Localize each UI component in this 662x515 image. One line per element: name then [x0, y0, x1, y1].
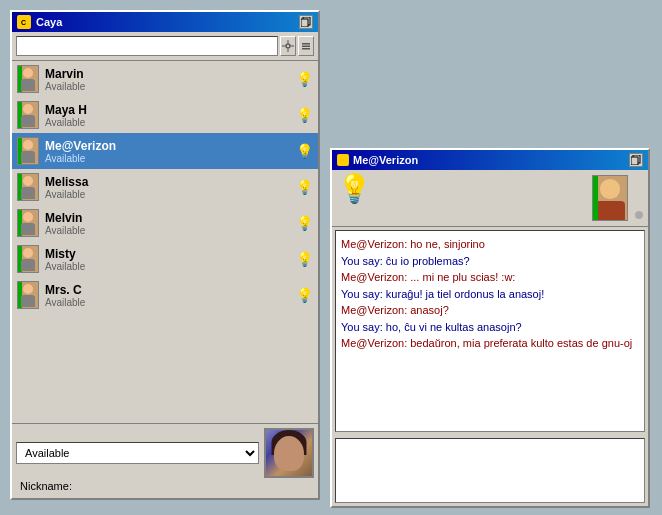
message-1: You say: ĉu io problemas? — [341, 253, 639, 270]
menu-button[interactable] — [298, 36, 314, 56]
message-sender-0: Me@Verizon: — [341, 238, 410, 250]
chat-copy-button[interactable] — [629, 153, 643, 167]
message-sender-2: Me@Verizon: — [341, 271, 410, 283]
message-text-0: ho ne, sinjorino — [410, 238, 485, 250]
message-text-4: anasoj? — [410, 304, 449, 316]
lightbulb-icon-melvin: 💡 — [296, 215, 313, 231]
svg-rect-5 — [288, 40, 289, 43]
nickname-label: Nickname: — [20, 480, 72, 492]
buddy-info-mayah: Maya H Available — [45, 103, 290, 128]
avatar-mayah — [17, 101, 39, 129]
message-sender-4: Me@Verizon: — [341, 304, 410, 316]
chat-header: 💡 — [332, 170, 648, 227]
chat-user-avatar — [592, 175, 628, 221]
message-0: Me@Verizon: ho ne, sinjorino — [341, 236, 639, 253]
buddy-list-titlebar: C Caya — [12, 12, 318, 32]
buddy-info-melissa: Melissa Available — [45, 175, 290, 200]
chat-input-area — [332, 435, 648, 506]
buddy-status: Available — [45, 225, 290, 236]
buddy-info-mrsc: Mrs. C Available — [45, 283, 290, 308]
lightbulb-icon-melissa: 💡 — [296, 179, 313, 195]
lightbulb-icon-mayah: 💡 — [296, 107, 313, 123]
message-sender-3: You say: — [341, 288, 386, 300]
message-2: Me@Verizon: ... mi ne plu scias! :w: — [341, 269, 639, 286]
svg-rect-12 — [339, 156, 347, 164]
svg-rect-3 — [301, 19, 308, 27]
svg-rect-7 — [282, 46, 285, 47]
chat-window: Me@Verizon 💡 Me@Verizon: ho ne, sinjorin… — [330, 148, 650, 508]
titlebar-left: C Caya — [17, 15, 62, 29]
lightbulb-icon-misty: 💡 — [296, 251, 313, 267]
buddy-name: Misty — [45, 247, 290, 261]
message-sender-5: You say: — [341, 321, 386, 333]
lightbulb-icon-mrsc: 💡 — [296, 287, 313, 303]
buddy-list-area[interactable]: Marvin Available 💡 Maya H Available 💡 — [12, 61, 318, 423]
buddy-item-mayah[interactable]: Maya H Available 💡 — [12, 97, 318, 133]
buddy-item-meverizon[interactable]: Me@Verizon Available 💡 — [12, 133, 318, 169]
svg-rect-14 — [631, 157, 638, 165]
avatar-meverizon — [17, 137, 39, 165]
chat-titlebar: Me@Verizon — [332, 150, 648, 170]
avatar-marvin — [17, 65, 39, 93]
message-text-2: ... mi ne plu scias! :w: — [410, 271, 515, 283]
user-avatar-thumbnail — [264, 428, 314, 478]
buddy-name: Me@Verizon — [45, 139, 290, 153]
buddy-item-melvin[interactable]: Melvin Available 💡 — [12, 205, 318, 241]
buddy-status: Available — [45, 297, 290, 308]
svg-rect-11 — [302, 48, 310, 50]
buddy-list-window: C Caya — [10, 10, 320, 500]
buddy-item-mrsc[interactable]: Mrs. C Available 💡 — [12, 277, 318, 313]
status-row: Available — [16, 428, 314, 478]
chat-status-dot — [635, 211, 643, 219]
buddy-name: Maya H — [45, 103, 290, 117]
status-dropdown[interactable]: Available — [16, 442, 259, 464]
buddy-status: Available — [45, 81, 290, 92]
lightbulb-icon-meverizon: 💡 — [296, 143, 313, 159]
buddy-name: Melissa — [45, 175, 290, 189]
buddy-name: Mrs. C — [45, 283, 290, 297]
buddy-status: Available — [45, 189, 290, 200]
message-6: Me@Verizon: bedaŭron, mia preferata kult… — [341, 335, 639, 352]
buddy-info-marvin: Marvin Available — [45, 67, 290, 92]
nickname-bar: Nickname: — [16, 478, 314, 494]
chat-input[interactable] — [335, 438, 645, 503]
avatar-misty — [17, 245, 39, 273]
buddy-info-melvin: Melvin Available — [45, 211, 290, 236]
message-sender-6: Me@Verizon: — [341, 337, 410, 349]
buddy-name: Marvin — [45, 67, 290, 81]
chat-buddy-lightbulb-icon: 💡 — [337, 175, 372, 203]
message-5: You say: ho, ĉu vi ne kultas anasojn? — [341, 319, 639, 336]
buddy-info-misty: Misty Available — [45, 247, 290, 272]
svg-rect-10 — [302, 46, 310, 48]
svg-rect-8 — [291, 46, 294, 47]
buddy-item-melissa[interactable]: Melissa Available 💡 — [12, 169, 318, 205]
svg-rect-6 — [288, 49, 289, 52]
status-area: Available Nickname: — [12, 423, 318, 498]
buddy-status: Available — [45, 153, 290, 164]
chat-window-title: Me@Verizon — [353, 154, 418, 166]
user-avatar-image — [266, 430, 312, 476]
message-4: Me@Verizon: anasoj? — [341, 302, 639, 319]
caya-icon: C — [17, 15, 31, 29]
svg-rect-9 — [302, 43, 310, 45]
chat-window-controls — [629, 153, 643, 167]
buddy-status: Available — [45, 117, 290, 128]
buddy-item-misty[interactable]: Misty Available 💡 — [12, 241, 318, 277]
lightbulb-icon-marvin: 💡 — [296, 71, 313, 87]
buddy-list-title: Caya — [36, 16, 62, 28]
buddy-name: Melvin — [45, 211, 290, 225]
chat-titlebar-left: Me@Verizon — [337, 154, 418, 166]
copy-button[interactable] — [299, 15, 313, 29]
buddy-status: Available — [45, 261, 290, 272]
buddy-item-marvin[interactable]: Marvin Available 💡 — [12, 61, 318, 97]
svg-point-4 — [286, 44, 290, 48]
chat-messages-area[interactable]: Me@Verizon: ho ne, sinjorino You say: ĉu… — [335, 230, 645, 432]
buddy-info-meverizon: Me@Verizon Available — [45, 139, 290, 164]
message-3: You say: kuraĝu! ja tiel ordonus la anas… — [341, 286, 639, 303]
avatar-melissa — [17, 173, 39, 201]
message-text-6: bedaŭron, mia preferata kulto estas de g… — [410, 337, 632, 349]
search-bar — [12, 32, 318, 61]
search-input[interactable] — [16, 36, 278, 56]
settings-button[interactable] — [280, 36, 296, 56]
message-text-3: kuraĝu! ja tiel ordonus la anasoj! — [386, 288, 544, 300]
